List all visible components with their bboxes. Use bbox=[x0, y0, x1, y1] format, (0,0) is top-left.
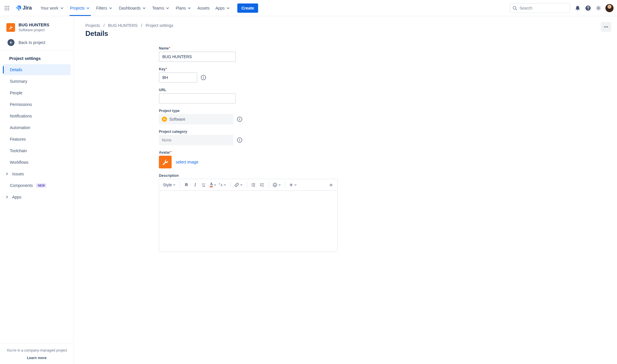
project-name: BUG HUNTERS bbox=[19, 23, 49, 27]
sidebar-footer: You're in a company-managed project Lear… bbox=[0, 343, 74, 364]
project-type-label: Software project bbox=[19, 28, 49, 32]
nav-item-apps[interactable]: Apps bbox=[212, 0, 233, 16]
rte-toolbar: Style B I U A A bbox=[159, 179, 337, 191]
sidebar-item-label: Permissions bbox=[10, 102, 32, 107]
breadcrumb-sep: / bbox=[141, 23, 142, 28]
page-title: Details bbox=[85, 30, 605, 38]
nav-item-teams[interactable]: Teams bbox=[149, 0, 173, 16]
nav-item-plans[interactable]: Plans bbox=[173, 0, 194, 16]
notifications-icon[interactable] bbox=[573, 3, 582, 13]
crumb-projects[interactable]: Projects bbox=[85, 23, 100, 28]
description-label: Description bbox=[159, 174, 344, 178]
rte-italic-button[interactable]: I bbox=[191, 181, 199, 189]
rte-numbered-list-button[interactable] bbox=[258, 181, 266, 189]
chevron-down-icon bbox=[86, 6, 90, 10]
nav-item-label: Your work bbox=[41, 6, 58, 10]
rte-underline-button[interactable]: U bbox=[200, 181, 208, 189]
sidebar-item-apps[interactable]: Apps bbox=[3, 192, 71, 203]
sidebar-item-details[interactable]: Details bbox=[3, 64, 71, 75]
nav-item-your-work[interactable]: Your work bbox=[38, 0, 67, 16]
app-switcher-icon[interactable] bbox=[2, 3, 12, 13]
project-header: BUG HUNTERS Software project bbox=[0, 16, 74, 35]
user-avatar[interactable] bbox=[605, 4, 614, 12]
nav-item-filters[interactable]: Filters bbox=[93, 0, 116, 16]
learn-more-link[interactable]: Learn more bbox=[27, 356, 47, 360]
sidebar-item-issues[interactable]: Issues bbox=[3, 168, 71, 179]
sidebar-item-features[interactable]: Features bbox=[3, 134, 71, 145]
sidebar-scroll[interactable]: Project settings DetailsSummaryPeoplePer… bbox=[0, 50, 74, 343]
sidebar-item-automation[interactable]: Automation bbox=[3, 122, 71, 133]
sidebar-item-label: Details bbox=[10, 67, 22, 72]
nav-item-projects[interactable]: Projects bbox=[67, 0, 93, 16]
url-input[interactable] bbox=[159, 93, 236, 104]
sidebar-item-workflows[interactable]: Workflows bbox=[3, 157, 71, 168]
chevron-down-icon bbox=[226, 6, 230, 10]
sidebar-item-toolchain[interactable]: Toolchain bbox=[3, 145, 71, 156]
sidebar-item-components[interactable]: ComponentsNEW bbox=[3, 180, 71, 191]
name-label: Name* bbox=[159, 46, 344, 50]
nav-item-label: Teams bbox=[152, 6, 164, 10]
avatar-preview bbox=[159, 156, 172, 168]
nav-item-label: Plans bbox=[176, 6, 186, 10]
sidebar-item-people[interactable]: People bbox=[3, 87, 71, 98]
sidebar-item-permissions[interactable]: Permissions bbox=[3, 99, 71, 110]
rte-emoji-button[interactable] bbox=[271, 181, 283, 189]
create-button[interactable]: Create bbox=[237, 3, 258, 13]
nav-item-assets[interactable]: Assets bbox=[194, 0, 212, 16]
rte-text-color-button[interactable]: A bbox=[208, 181, 218, 189]
breadcrumb-sep: / bbox=[104, 23, 105, 28]
crumb-project[interactable]: BUG HUNTERS bbox=[108, 23, 137, 28]
software-type-icon: ⟳ bbox=[162, 117, 167, 122]
project-type-info-icon[interactable] bbox=[237, 117, 242, 122]
avatar-label: Avatar* bbox=[159, 150, 344, 155]
jira-logo[interactable]: Jira bbox=[13, 5, 34, 11]
search-wrap bbox=[510, 3, 570, 13]
search-input[interactable] bbox=[510, 3, 570, 13]
rte-bullet-list-button[interactable] bbox=[249, 181, 258, 189]
primary-nav: Your workProjectsFiltersDashboardsTeamsP… bbox=[38, 0, 233, 16]
chevron-down-icon bbox=[108, 6, 113, 10]
sidebar-item-notifications[interactable]: Notifications bbox=[3, 111, 71, 122]
project-category-label: Project category bbox=[159, 130, 344, 134]
chevron-down-icon bbox=[60, 6, 64, 10]
chevron-right-icon bbox=[5, 172, 9, 176]
nav-item-dashboards[interactable]: Dashboards bbox=[116, 0, 149, 16]
project-category-value[interactable]: None bbox=[159, 135, 234, 145]
rte-more-formatting-button[interactable]: A bbox=[219, 181, 228, 189]
sidebar-item-label: Summary bbox=[10, 79, 27, 84]
sidebar: BUG HUNTERS Software project Back to pro… bbox=[0, 16, 74, 364]
project-avatar-icon bbox=[6, 23, 15, 32]
settings-icon[interactable] bbox=[594, 3, 603, 13]
sidebar-item-label: People bbox=[10, 91, 23, 95]
sidebar-item-label: Apps bbox=[12, 195, 21, 199]
sidebar-item-label: Toolchain bbox=[10, 148, 27, 153]
description-textarea[interactable] bbox=[159, 191, 337, 251]
help-icon[interactable] bbox=[583, 3, 593, 13]
rte-style-dropdown[interactable]: Style bbox=[161, 181, 177, 189]
back-to-project-button[interactable]: Back to project bbox=[0, 35, 74, 50]
new-badge: NEW bbox=[36, 183, 46, 188]
sidebar-item-label: Issues bbox=[12, 172, 24, 176]
more-actions-button[interactable] bbox=[601, 22, 611, 32]
rte-link-button[interactable] bbox=[233, 181, 245, 189]
chevron-down-icon bbox=[142, 6, 146, 10]
chevron-down-icon bbox=[187, 6, 192, 10]
crumb-section[interactable]: Project settings bbox=[146, 23, 173, 28]
rte-collapse-icon[interactable] bbox=[327, 181, 335, 189]
rte-insert-button[interactable] bbox=[288, 181, 299, 189]
description-editor: Style B I U A A bbox=[159, 179, 338, 252]
sidebar-item-label: Components bbox=[10, 183, 33, 188]
url-label: URL bbox=[159, 88, 344, 92]
sidebar-item-summary[interactable]: Summary bbox=[3, 76, 71, 87]
nav-item-label: Projects bbox=[70, 6, 85, 10]
name-input[interactable] bbox=[159, 52, 236, 62]
rte-bold-button[interactable]: B bbox=[182, 181, 190, 189]
details-form: Name* Key* URL Project type ⟳ So bbox=[159, 46, 344, 252]
key-input[interactable] bbox=[159, 72, 197, 83]
key-info-icon[interactable] bbox=[201, 75, 206, 80]
select-image-link[interactable]: select image bbox=[176, 160, 199, 164]
chevron-down-icon bbox=[165, 6, 170, 10]
project-category-info-icon[interactable] bbox=[237, 137, 242, 143]
back-label: Back to project bbox=[19, 40, 45, 45]
search-icon bbox=[513, 6, 517, 10]
